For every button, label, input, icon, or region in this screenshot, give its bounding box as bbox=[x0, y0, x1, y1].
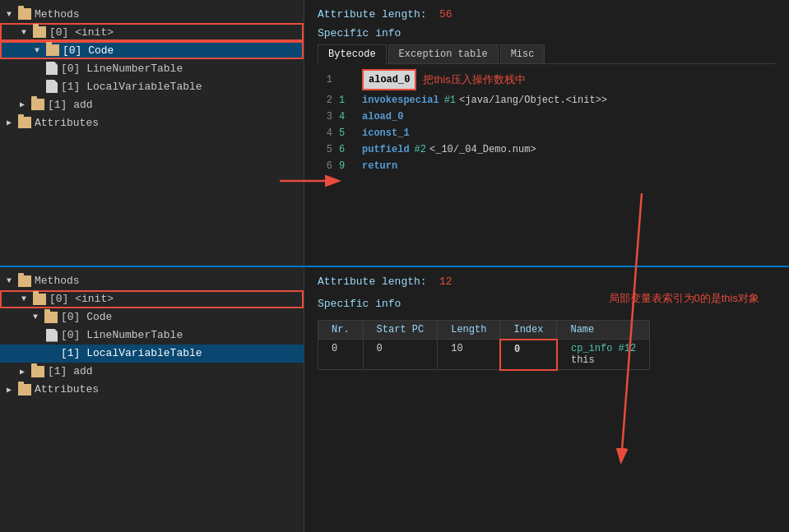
tree-label-init-bot: [0] <init> bbox=[49, 293, 114, 305]
folder-icon-code-top bbox=[46, 44, 59, 56]
tree-linenumber-top[interactable]: [0] LineNumberTable bbox=[0, 59, 304, 77]
tree-label-localvar-bot: [1] LocalVariableTable bbox=[61, 347, 202, 359]
tab-exception[interactable]: Exception table bbox=[388, 44, 499, 63]
tab-bytecode[interactable]: Bytecode bbox=[318, 44, 387, 64]
tree-localvar-top[interactable]: [1] LocalVariableTable bbox=[0, 77, 304, 95]
cell-name: cp_info #12 this bbox=[557, 340, 650, 370]
offset-6: 9 bbox=[339, 158, 355, 174]
tree-label-attributes-top: Attributes bbox=[35, 117, 99, 129]
tree-add-bot[interactable]: ▶ [1] add bbox=[0, 363, 304, 381]
table-header-row: Nr. Start PC Length Index Name bbox=[318, 320, 650, 340]
arrow-methods-top: ▼ bbox=[7, 10, 16, 19]
top-info-section: Attribute length: 56 Specific info Bytec… bbox=[304, 0, 789, 267]
specific-info-title-top: Specific info bbox=[318, 27, 776, 39]
col-index: Index bbox=[500, 320, 557, 340]
bytecode-line-3: 3 4 aload_0 bbox=[318, 109, 776, 125]
instr-4: iconst_1 bbox=[362, 125, 410, 141]
bytecode-line-1: 1 0 aload_0 把this压入操作数栈中 bbox=[318, 69, 776, 90]
tabs-top: Bytecode Exception table Misc bbox=[318, 44, 776, 64]
specific-info-title-bot: Specific info bbox=[318, 298, 401, 310]
variable-table: Nr. Start PC Length Index Name 0 0 10 0 … bbox=[318, 320, 650, 371]
col-startpc: Start PC bbox=[363, 320, 438, 340]
attr-length-row-top: Attribute length: 56 bbox=[318, 8, 776, 21]
tree-attributes-bot[interactable]: ▶ Attributes bbox=[0, 381, 304, 399]
arrow-add-top: ▶ bbox=[20, 99, 30, 109]
folder-icon-init-top bbox=[33, 26, 46, 38]
line-num-6: 6 bbox=[318, 158, 332, 174]
cell-startpc: 0 bbox=[363, 340, 438, 370]
bottom-info-section: Attribute length: 12 Specific info 局部变量表… bbox=[304, 267, 789, 533]
comment-aload0: 把this压入操作数栈中 bbox=[423, 72, 525, 88]
tree-label-code-bot: [0] Code bbox=[61, 311, 112, 323]
arrow-attributes-top: ▶ bbox=[7, 118, 16, 127]
args-5: <_10/_04_Demo.num> bbox=[429, 141, 536, 158]
tab-misc[interactable]: Misc bbox=[500, 44, 545, 63]
file-icon-linenumber-bot bbox=[46, 329, 58, 342]
arrow-init-bot: ▼ bbox=[21, 294, 31, 303]
bytecode-line-2: 2 1 invokespecial #1 <java/lang/Object.<… bbox=[318, 92, 776, 109]
tree-label-attributes-bot: Attributes bbox=[35, 383, 99, 396]
arrow-attributes-bot: ▶ bbox=[7, 385, 16, 395]
folder-icon-init-bot bbox=[33, 294, 46, 305]
tree-label-add-bot: [1] add bbox=[48, 365, 93, 377]
attr-length-label-bot: Attribute length: bbox=[318, 275, 433, 288]
arrow-code-top: ▼ bbox=[35, 46, 44, 55]
tree-localvar-bot[interactable]: [1] LocalVariableTable bbox=[0, 345, 304, 363]
tree-init-top[interactable]: ▼ [0] <init> bbox=[0, 23, 304, 41]
tree-label: Methods bbox=[35, 8, 80, 21]
name-extra: this bbox=[571, 354, 595, 366]
instr-6: return bbox=[362, 158, 397, 174]
tree-init-bot[interactable]: ▼ [0] <init> bbox=[0, 290, 304, 308]
offset-5: 6 bbox=[339, 141, 355, 158]
tree-label-linenumber-bot: [0] LineNumberTable bbox=[61, 329, 183, 341]
bytecode-line-6: 6 9 return bbox=[318, 158, 776, 174]
table-row: 0 0 10 0 cp_info #12 this bbox=[318, 340, 650, 370]
arrow-code-bot: ▼ bbox=[33, 312, 43, 322]
left-panel: ▼ Methods ▼ [0] <init> ▼ [0] Code [0] Li… bbox=[0, 0, 304, 532]
folder-icon-code-bot bbox=[44, 312, 58, 323]
annotation-text-bot: 局部变量表索引为0的是this对象 bbox=[609, 291, 759, 306]
tree-attributes-top[interactable]: ▶ Attributes bbox=[0, 113, 304, 132]
file-icon-linenumber-top bbox=[46, 62, 58, 75]
bottom-tree: ▼ Methods ▼ [0] <init> ▼ [0] Code [0] Li… bbox=[0, 267, 304, 533]
tree-linenumber-bot[interactable]: [0] LineNumberTable bbox=[0, 326, 304, 345]
instr-5: putfield bbox=[362, 141, 410, 158]
tree-label-add-top: [1] add bbox=[48, 99, 93, 111]
tree-code-bot[interactable]: ▼ [0] Code bbox=[0, 308, 304, 326]
attr-length-value-bot: 12 bbox=[439, 275, 453, 288]
folder-icon-methods-bot bbox=[18, 275, 31, 287]
file-icon-localvar-top bbox=[46, 80, 58, 93]
instr-2: invokespecial bbox=[362, 92, 439, 109]
top-tree: ▼ Methods ▼ [0] <init> ▼ [0] Code [0] Li… bbox=[0, 0, 304, 267]
line-num-5: 5 bbox=[318, 141, 332, 158]
name-link[interactable]: cp_info #12 bbox=[571, 343, 636, 354]
file-icon-localvar-bot bbox=[46, 347, 58, 360]
tree-label-linenumber-top: [0] LineNumberTable bbox=[61, 62, 183, 75]
offset-2: 1 bbox=[339, 92, 355, 109]
specific-info-row-bot: Specific info 局部变量表索引为0的是this对象 bbox=[318, 291, 776, 315]
offset-4: 5 bbox=[339, 125, 355, 141]
arrow-add-bot: ▶ bbox=[20, 367, 30, 377]
cell-nr: 0 bbox=[318, 340, 364, 370]
offset-3: 4 bbox=[339, 109, 355, 125]
line-num-3: 3 bbox=[318, 109, 332, 125]
instr-aload0-box: aload_0 bbox=[362, 69, 416, 90]
arrow-init-top: ▼ bbox=[21, 28, 31, 37]
tree-methods-bot[interactable]: ▼ Methods bbox=[0, 272, 304, 290]
offset-1: 0 bbox=[339, 72, 355, 88]
tree-methods-top[interactable]: ▼ Methods bbox=[0, 5, 304, 23]
tree-code-top[interactable]: ▼ [0] Code bbox=[0, 41, 304, 59]
args-2: <java/lang/Object.<init>> bbox=[459, 92, 607, 109]
folder-icon-attributes-bot bbox=[18, 384, 31, 396]
tree-label-code-top: [0] Code bbox=[63, 44, 114, 57]
folder-icon-attributes-top bbox=[18, 117, 31, 128]
folder-icon bbox=[18, 8, 31, 20]
arrow-methods-bot: ▼ bbox=[7, 276, 16, 285]
col-length: Length bbox=[438, 320, 500, 340]
tree-add-top[interactable]: ▶ [1] add bbox=[0, 95, 304, 113]
cell-length: 10 bbox=[438, 340, 500, 370]
folder-icon-add-bot bbox=[31, 366, 44, 377]
instr-3: aload_0 bbox=[362, 109, 403, 125]
bytecode-line-4: 4 5 iconst_1 bbox=[318, 125, 776, 141]
ref-5: #2 bbox=[415, 141, 426, 158]
